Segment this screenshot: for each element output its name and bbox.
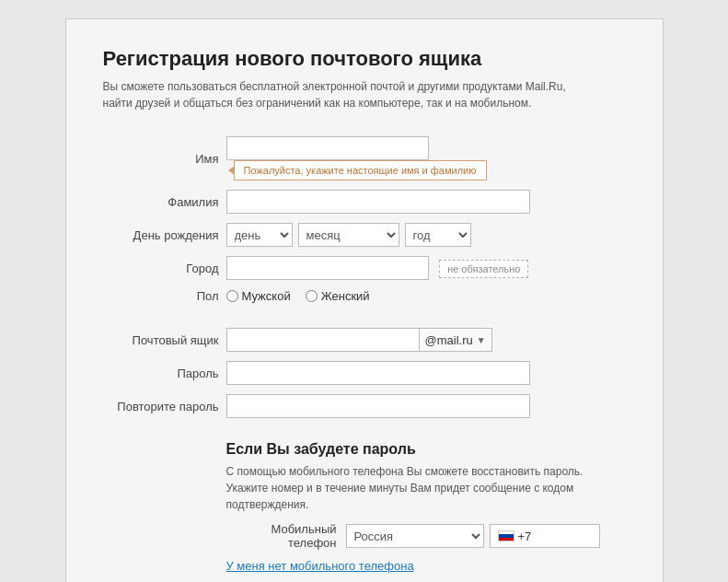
name-cell: Пожалуйста, укажите настоящие имя и фами…: [223, 132, 626, 185]
gender-female-label: Женский: [321, 289, 370, 303]
password-confirm-cell: [223, 390, 626, 423]
gender-female-radio[interactable]: [306, 290, 318, 302]
name-hint: Пожалуйста, укажите настоящие имя и фами…: [234, 160, 487, 180]
city-label: Город: [103, 251, 223, 285]
surname-row: Фамилия: [103, 185, 626, 218]
forgot-title: Если Вы забудете пароль: [226, 441, 626, 458]
email-domain-arrow: ▼: [477, 335, 486, 345]
birthday-cell: день месяц год: [223, 218, 626, 251]
email-domain-selector[interactable]: @mail.ru ▼: [420, 328, 492, 352]
city-row: Город не обязательно: [103, 251, 626, 285]
email-row: Почтовый ящик @mail.ru ▼: [103, 323, 626, 356]
city-cell: не обязательно: [223, 251, 626, 285]
forgot-password-section: Если Вы забудете пароль С помощью мобиль…: [103, 441, 626, 582]
register-button-wrapper: Зарегистрироваться: [226, 573, 626, 582]
birthday-month-select[interactable]: месяц: [298, 223, 399, 247]
password-confirm-row: Повторите пароль: [103, 390, 626, 423]
password-confirm-label: Повторите пароль: [103, 390, 223, 423]
birthday-row: День рождения день месяц год: [103, 218, 626, 251]
gender-male-label: Мужской: [242, 289, 291, 303]
registration-form: Регистрация нового почтового ящика Вы см…: [65, 18, 664, 582]
gender-male-radio[interactable]: [226, 290, 238, 302]
name-label: Имя: [103, 132, 223, 185]
phone-prefix: +7: [518, 530, 532, 543]
gender-label: Пол: [103, 285, 223, 308]
name-row: Имя Пожалуйста, укажите настоящие имя и …: [103, 132, 626, 185]
gender-cell: Мужской Женский: [223, 285, 626, 308]
phone-row: Мобильный телефон Россия +7: [226, 522, 626, 550]
email-cell: @mail.ru ▼: [223, 323, 626, 356]
email-input[interactable]: [226, 328, 420, 352]
no-phone-link[interactable]: У меня нет мобильного телефона: [226, 559, 626, 573]
gender-female-option[interactable]: Женский: [306, 289, 370, 303]
surname-label: Фамилия: [103, 185, 223, 218]
password-confirm-input[interactable]: [226, 394, 530, 418]
russia-flag-icon: [498, 530, 514, 541]
phone-prefix-display: +7: [490, 524, 600, 548]
page-title: Регистрация нового почтового ящика: [103, 47, 626, 71]
birthday-label: День рождения: [103, 218, 223, 251]
gender-male-option[interactable]: Мужской: [226, 289, 291, 303]
birthday-year-select[interactable]: год: [405, 223, 471, 247]
phone-label: Мобильный телефон: [226, 522, 346, 550]
surname-cell: [223, 185, 626, 218]
form-fields: Имя Пожалуйста, укажите настоящие имя и …: [103, 132, 626, 423]
email-label: Почтовый ящик: [103, 323, 223, 356]
spacer-row: [103, 308, 626, 323]
name-input[interactable]: [226, 136, 429, 160]
password-input[interactable]: [226, 361, 530, 385]
city-input[interactable]: [226, 256, 429, 280]
page-subtitle: Вы сможете пользоваться бесплатной элект…: [103, 78, 626, 111]
city-hint: не обязательно: [439, 260, 528, 278]
birthday-day-select[interactable]: день: [226, 223, 293, 247]
password-cell: [223, 356, 626, 390]
gender-row: Пол Мужской Женский: [103, 285, 626, 308]
password-row: Пароль: [103, 356, 626, 390]
surname-input[interactable]: [226, 190, 530, 214]
password-label: Пароль: [103, 356, 223, 390]
forgot-text: С помощью мобильного телефона Вы сможете…: [226, 463, 626, 513]
country-select[interactable]: Россия: [346, 524, 484, 548]
